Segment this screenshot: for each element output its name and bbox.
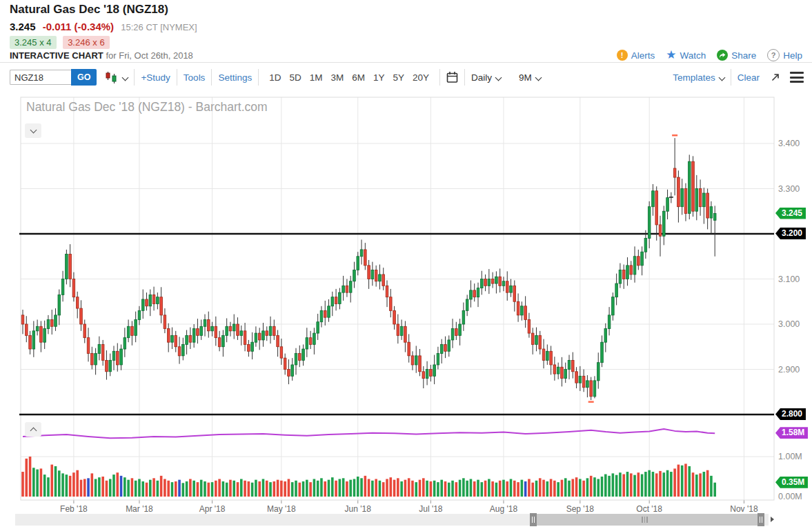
svg-text:Jul '18: Jul '18 [419, 504, 443, 514]
chart-toolbar: GO +Study Tools Settings 1D 5D 1M 3M 6M … [0, 63, 812, 92]
calendar-button[interactable] [446, 71, 458, 83]
chevron-down-icon [122, 74, 129, 81]
last-price-badge: 3.245 [775, 208, 806, 219]
divider [211, 69, 212, 86]
chart-region: Feb '18Mar '18Apr '18May '18Jun '18Jul '… [0, 92, 812, 529]
toolbar-right: Templates Clear [673, 63, 804, 92]
svg-text:3.100: 3.100 [778, 275, 800, 284]
svg-text:Nov '18: Nov '18 [730, 504, 758, 514]
price-change: -0.011 (-0.34%) [43, 21, 114, 32]
svg-text:Jun '18: Jun '18 [345, 504, 372, 514]
tools-link[interactable]: Tools [184, 72, 206, 83]
header-links: ! Alerts ★ Watch Share ? Help [617, 49, 802, 61]
frequency-value: Daily [471, 72, 492, 83]
page-title: Natural Gas Dec '18 (NGZ18) [10, 3, 168, 17]
divider [258, 69, 259, 86]
time-scrollbar-track[interactable] [15, 514, 769, 526]
period-20y[interactable]: 20Y [413, 72, 429, 83]
watch-link[interactable]: ★ Watch [666, 50, 706, 61]
svg-text:3.300: 3.300 [778, 184, 800, 194]
help-label: Help [783, 50, 802, 61]
divider [439, 69, 440, 86]
chevron-up-icon [30, 427, 37, 434]
period-6m[interactable]: 6M [352, 72, 365, 83]
svg-text:0.00M: 0.00M [778, 492, 802, 501]
star-icon: ★ [666, 50, 676, 61]
interactive-chart-caption: INTERACTIVE CHART for Fri, Oct 26th, 201… [10, 50, 193, 61]
svg-text:Oct '18: Oct '18 [636, 504, 662, 514]
chart-watermark: Natural Gas Dec '18 (NGZ18) - Barchart.c… [26, 100, 268, 114]
go-button[interactable]: GO [71, 69, 97, 86]
collapse-main-pane-button[interactable] [25, 123, 41, 138]
share-link[interactable]: Share [717, 50, 756, 61]
chevron-down-icon [535, 74, 542, 81]
symbol-input[interactable] [10, 70, 71, 85]
templates-label: Templates [673, 72, 715, 83]
add-study-link[interactable]: +Study [141, 72, 170, 83]
share-icon [717, 50, 728, 61]
clear-button[interactable]: Clear [737, 72, 760, 83]
frequency-select[interactable]: Daily [471, 72, 501, 83]
period-5d[interactable]: 5D [289, 72, 301, 83]
alert-icon: ! [617, 50, 628, 61]
svg-text:2.900: 2.900 [778, 365, 800, 375]
chevron-down-icon [30, 126, 37, 133]
quote-header: Natural Gas Dec '18 (NGZ18) 3.245 -0.011… [0, 0, 812, 63]
range-select[interactable]: 9M [519, 72, 541, 83]
alerts-label: Alerts [631, 50, 655, 61]
open-interest-badge: 1.58M [775, 427, 808, 439]
interactive-chart-date: for Fri, Oct 26th, 2018 [106, 50, 192, 61]
svg-text:3.400: 3.400 [778, 139, 800, 148]
scrollbar-right-handle[interactable] [757, 513, 764, 526]
svg-text:Aug '18: Aug '18 [490, 504, 518, 514]
hline-badge: 3.200 [775, 228, 806, 239]
time-scrollbar-thumb[interactable] [530, 514, 764, 526]
svg-text:May '18: May '18 [267, 504, 296, 514]
period-1d[interactable]: 1D [269, 72, 281, 83]
divider [134, 69, 135, 86]
range-value: 9M [519, 72, 532, 83]
scrollbar-left-handle[interactable] [530, 513, 537, 526]
templates-menu[interactable]: Templates [673, 72, 724, 83]
ask-badge: 3.246 x 6 [63, 36, 110, 49]
last-price: 3.245 [10, 21, 36, 32]
period-1m[interactable]: 1M [310, 72, 323, 83]
expand-arrow-icon [771, 72, 780, 82]
bid-badge: 3.245 x 4 [10, 36, 57, 49]
volume-badge: 0.35M [775, 477, 808, 488]
price-row: 3.245 -0.011 (-0.34%) 15:26 CT [NYMEX] [10, 21, 197, 32]
chart-type-selector[interactable] [105, 71, 128, 84]
scrollbar-grip[interactable] [642, 517, 648, 523]
candlestick-icon [105, 71, 119, 84]
svg-text:Apr '18: Apr '18 [199, 504, 226, 514]
svg-text:3.000: 3.000 [778, 319, 800, 329]
help-icon: ? [767, 49, 780, 61]
period-5y[interactable]: 5Y [393, 72, 405, 83]
settings-link[interactable]: Settings [218, 72, 252, 83]
divider [177, 69, 177, 86]
period-3m[interactable]: 3M [330, 72, 344, 83]
interactive-chart-label: INTERACTIVE CHART [10, 50, 103, 61]
menu-icon[interactable] [790, 72, 804, 83]
share-label: Share [731, 50, 756, 61]
period-1y[interactable]: 1Y [373, 72, 385, 83]
svg-text:Feb '18: Feb '18 [60, 504, 88, 514]
bid-ask-row: 3.245 x 4 3.246 x 6 [10, 36, 114, 49]
pane-bottom-badge: 2.800 [775, 408, 806, 420]
divider [731, 69, 731, 86]
chevron-down-icon [718, 74, 725, 81]
svg-text:Mar '18: Mar '18 [126, 504, 153, 514]
price-chart[interactable]: Feb '18Mar '18Apr '18May '18Jun '18Jul '… [0, 92, 812, 529]
calendar-icon [446, 71, 458, 83]
divider [464, 69, 465, 86]
fullscreen-button[interactable] [771, 72, 780, 82]
svg-text:Sep '18: Sep '18 [566, 504, 595, 514]
help-link[interactable]: ? Help [767, 49, 802, 61]
expand-lower-pane-button[interactable] [25, 422, 41, 437]
alerts-link[interactable]: ! Alerts [617, 50, 655, 61]
quote-time: 15:26 CT [NYMEX] [121, 22, 197, 32]
scroll-right-arrow-icon[interactable] [771, 517, 774, 522]
svg-text:1.00M: 1.00M [778, 452, 802, 461]
watch-label: Watch [680, 50, 706, 61]
chevron-down-icon [495, 74, 502, 81]
